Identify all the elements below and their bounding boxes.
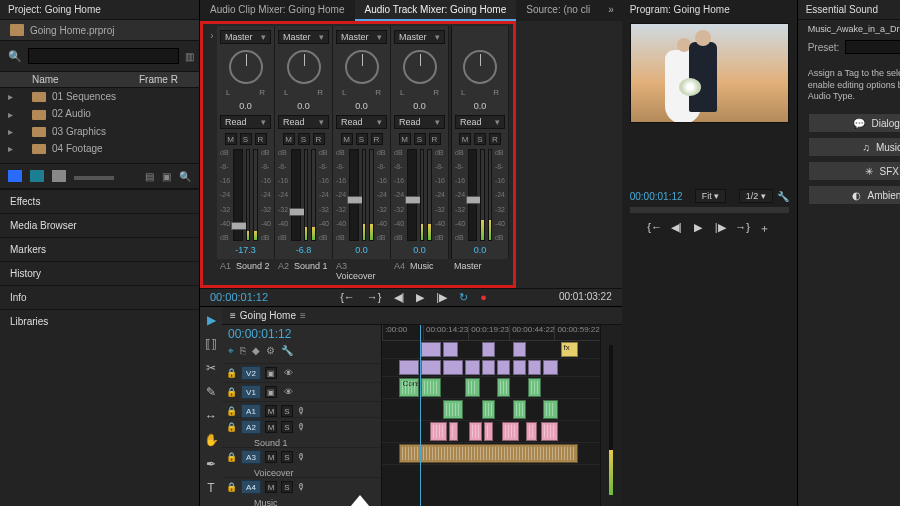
play-icon[interactable]: ▶: [416, 291, 424, 304]
chevron-right-icon[interactable]: ▸: [8, 91, 32, 102]
chevron-right-icon[interactable]: ▸: [8, 143, 32, 154]
r-button[interactable]: R: [255, 133, 267, 145]
clip[interactable]: [543, 360, 558, 375]
db-readout[interactable]: 0.0: [455, 245, 505, 255]
step-fwd-icon[interactable]: |▶: [436, 291, 447, 304]
clip[interactable]: [497, 378, 510, 397]
m-toggle[interactable]: M: [265, 421, 277, 433]
lock-icon[interactable]: 🔒: [226, 387, 237, 397]
freeform-view-icon[interactable]: [52, 170, 66, 182]
audio-track-header-A1[interactable]: 🔒 A1 MS 🎙: [222, 401, 381, 417]
m-toggle[interactable]: M: [265, 405, 277, 417]
fader[interactable]: [468, 149, 477, 241]
panel-tab-effects[interactable]: Effects: [0, 189, 199, 213]
tool-5[interactable]: ✋: [204, 433, 219, 447]
fader[interactable]: [233, 149, 243, 241]
toggle-output[interactable]: ▣: [265, 386, 277, 398]
db-readout[interactable]: -17.3: [220, 245, 271, 255]
tab-audio-clip-mixer[interactable]: Audio Clip Mixer: Going Home: [200, 0, 355, 21]
track-target[interactable]: A4: [241, 480, 261, 494]
pan-value[interactable]: 0.0: [355, 101, 368, 111]
bin-row[interactable]: ▸ 01 Sequences: [0, 88, 199, 105]
panel-tab-info[interactable]: Info: [0, 285, 199, 309]
panel-tab-history[interactable]: History: [0, 261, 199, 285]
mic-icon[interactable]: 🎙: [297, 452, 306, 462]
track-lane-A1[interactable]: Constan: [382, 377, 600, 399]
tag-music[interactable]: ♫ Music: [808, 137, 900, 157]
clip[interactable]: [497, 360, 510, 375]
m-button[interactable]: M: [341, 133, 353, 145]
clip[interactable]: [526, 422, 537, 441]
pan-value[interactable]: 0.0: [239, 101, 252, 111]
tool-0[interactable]: ▶: [207, 313, 216, 327]
eye-icon[interactable]: 👁: [281, 387, 295, 397]
r-button[interactable]: R: [313, 133, 325, 145]
tag-ambience[interactable]: ◐ Ambience: [808, 185, 900, 205]
zoom-slider[interactable]: [74, 176, 114, 180]
clip[interactable]: [443, 342, 458, 357]
pan-knob[interactable]: [403, 50, 437, 84]
clip[interactable]: [482, 342, 495, 357]
pan-value[interactable]: 0.0: [297, 101, 310, 111]
program-canvas[interactable]: [630, 23, 789, 123]
mic-icon[interactable]: 🎙: [297, 406, 306, 416]
clip[interactable]: [421, 378, 441, 397]
video-track-header-V1[interactable]: 🔒 V1 ▣ 👁: [222, 382, 381, 401]
track-name[interactable]: Sound 1: [226, 438, 377, 448]
tabs-overflow[interactable]: »: [600, 0, 622, 21]
tag-dialogue[interactable]: 💬 Dialogue: [808, 113, 900, 133]
fader[interactable]: [349, 149, 359, 241]
tab-source[interactable]: Source: (no cli: [516, 0, 600, 21]
m-button[interactable]: M: [459, 133, 471, 145]
mic-icon[interactable]: 🎙: [297, 422, 306, 432]
chevron-right-icon[interactable]: ▸: [8, 126, 32, 137]
bin-row[interactable]: ▸ 02 Audio: [0, 105, 199, 122]
eye-icon[interactable]: 👁: [281, 368, 295, 378]
track-target[interactable]: A3: [241, 450, 261, 464]
program-tc[interactable]: 00:00:01:12: [630, 191, 683, 202]
project-search-input[interactable]: [28, 48, 179, 64]
playhead[interactable]: [420, 325, 421, 506]
find-icon[interactable]: 🔍: [179, 171, 191, 182]
mixer-expand-caret[interactable]: ›: [207, 26, 217, 259]
send-dropdown[interactable]: Master▾: [394, 30, 445, 44]
track-target[interactable]: V1: [241, 385, 261, 399]
project-file-row[interactable]: Going Home.prproj: [0, 20, 199, 41]
clip[interactable]: [513, 400, 526, 419]
ruler-tick[interactable]: 00:0:19:23: [468, 325, 509, 340]
mixer-track-label[interactable]: A4Music: [391, 259, 449, 283]
panel-tab-markers[interactable]: Markers: [0, 237, 199, 261]
automation-dropdown[interactable]: Read▾: [220, 115, 271, 129]
clip[interactable]: [421, 360, 441, 375]
tool-3[interactable]: ✎: [206, 385, 216, 399]
loop-icon[interactable]: ↻: [459, 291, 468, 304]
clip[interactable]: [543, 400, 558, 419]
m-toggle[interactable]: M: [265, 481, 277, 493]
clip[interactable]: [513, 360, 526, 375]
s-button[interactable]: S: [298, 133, 310, 145]
db-readout[interactable]: 0.0: [336, 245, 387, 255]
bin-row[interactable]: ▸ 03 Graphics: [0, 123, 199, 140]
clip[interactable]: [502, 422, 519, 441]
program-scrub-bar[interactable]: [630, 207, 789, 213]
m-button[interactable]: M: [283, 133, 295, 145]
clip[interactable]: [482, 400, 495, 419]
clip[interactable]: [443, 400, 463, 419]
s-toggle[interactable]: S: [281, 421, 293, 433]
timeline-tc[interactable]: 00:00:01:12: [222, 325, 381, 343]
track-lane-V2[interactable]: fx: [382, 341, 600, 359]
pan-knob[interactable]: [345, 50, 379, 84]
sequence-tab[interactable]: ≡ Going Home ≡: [222, 307, 622, 325]
send-dropdown[interactable]: Master▾: [336, 30, 387, 44]
mic-icon[interactable]: 🎙: [297, 482, 306, 492]
m-button[interactable]: M: [225, 133, 237, 145]
clip[interactable]: [399, 360, 419, 375]
wrench-icon[interactable]: 🔧: [281, 345, 293, 357]
panel-tab-libraries[interactable]: Libraries: [0, 309, 199, 333]
ruler-tick[interactable]: 00:00:59:22: [554, 325, 599, 340]
clip[interactable]: [469, 422, 482, 441]
new-bin-icon[interactable]: ▤: [145, 171, 154, 182]
lock-icon[interactable]: 🔒: [226, 482, 237, 492]
track-name[interactable]: Voiceover: [226, 468, 377, 478]
col-name[interactable]: Name: [32, 74, 139, 85]
